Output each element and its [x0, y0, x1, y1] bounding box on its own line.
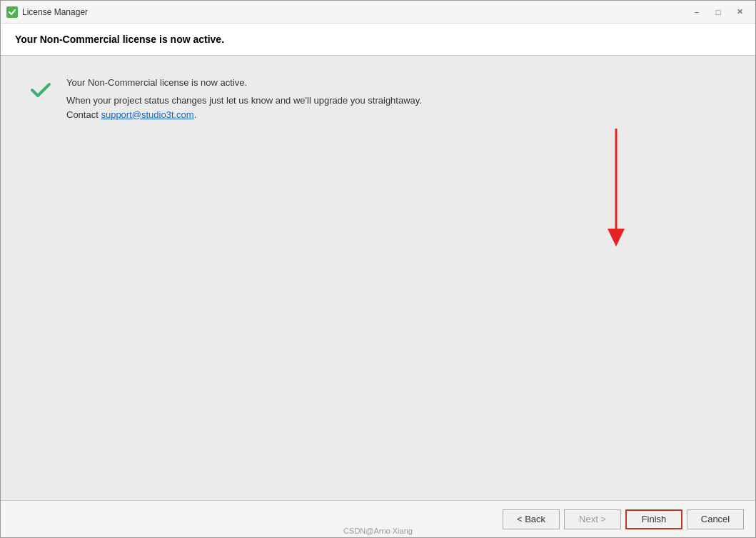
header-title: Your Non-Commercial license is now activ…	[15, 34, 741, 45]
svg-marker-2	[608, 229, 625, 246]
message-line3-prefix: Contact	[66, 109, 101, 120]
message-line1: Your Non-Commercial license is now activ…	[66, 77, 727, 88]
watermark: CSDN@Arno Xiang	[0, 527, 756, 535]
content-area: Your Non-Commercial license is now activ…	[1, 56, 755, 500]
window-controls: − □ ✕	[687, 4, 750, 21]
message-content: Your Non-Commercial license is now activ…	[66, 77, 727, 121]
header: Your Non-Commercial license is now activ…	[1, 24, 755, 56]
message-line2-prefix: When your project status changes just le…	[66, 95, 422, 106]
message-line2: When your project status changes just le…	[66, 94, 727, 121]
close-button[interactable]: ✕	[730, 4, 750, 21]
window: License Manager − □ ✕ Your Non-Commercia…	[0, 0, 756, 538]
minimize-button[interactable]: −	[687, 4, 707, 21]
window-title: License Manager	[22, 7, 687, 17]
arrow-area	[29, 121, 727, 479]
title-bar: License Manager − □ ✕	[1, 1, 755, 24]
message-line3-suffix: .	[194, 109, 197, 120]
maximize-button[interactable]: □	[708, 4, 728, 21]
contact-link[interactable]: support@studio3t.com	[101, 109, 193, 120]
app-icon	[6, 6, 18, 18]
message-row: Your Non-Commercial license is now activ…	[29, 77, 727, 121]
success-check-icon	[29, 79, 52, 101]
finish-arrow	[595, 129, 637, 250]
